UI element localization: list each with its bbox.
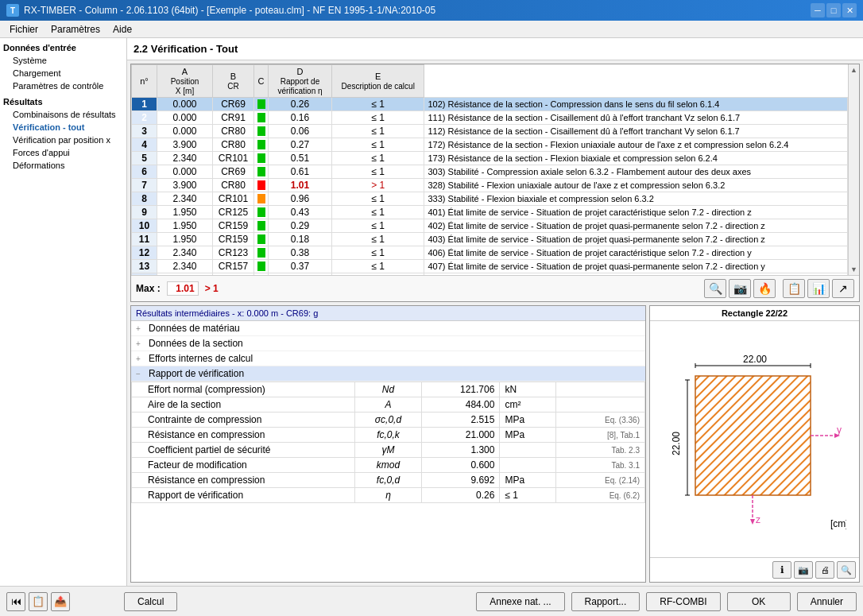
bottom-section: Résultats intermédiaires - x: 0.000 m - … [130, 305, 860, 583]
toolbar-icon-1[interactable]: ⏮ [6, 592, 25, 611]
table-row[interactable]: 10 1.950 CR159 0.29 ≤ 1 402) État limite… [132, 219, 848, 233]
menu-parametres[interactable]: Paramètres [45, 22, 106, 37]
verif-row: Résistance en compression fc,0,k 21.000 … [132, 428, 645, 443]
diagram-camera-btn[interactable]: 📷 [794, 561, 813, 579]
cell-cr: CR159 [213, 233, 254, 246]
col-header-d: DRapport devérification η [269, 65, 332, 98]
sidebar-item-verification-tout[interactable]: Vérification - tout [3, 121, 123, 134]
max-row: Max : 1.01 > 1 🔍 📷 🔥 📋 📊 ↗ [131, 275, 859, 301]
sidebar-item-verification-position[interactable]: Vérification par position x [3, 134, 123, 146]
menu-aide[interactable]: Aide [106, 22, 138, 37]
table-row[interactable]: 12 2.340 CR123 0.38 ≤ 1 406) État limite… [132, 246, 848, 260]
cell-leq: > 1 [332, 179, 424, 192]
cell-indicator [254, 260, 269, 273]
table-row[interactable]: 6 0.000 CR69 0.61 ≤ 1 303) Stabilité - C… [132, 165, 848, 179]
sidebar-item-forces-appui[interactable]: Forces d'appui [3, 146, 123, 159]
verif-row: Effort normal (compression) Nd 121.706 k… [132, 382, 645, 397]
expand-icon-section[interactable]: + [136, 339, 145, 348]
cell-x: 2.340 [157, 273, 213, 276]
zoom-button[interactable]: 🔍 [704, 279, 726, 298]
tree-item-rapport[interactable]: − Rapport de vérification [131, 366, 645, 382]
cell-x: 0.000 [157, 125, 213, 138]
minimize-button[interactable]: ─ [811, 3, 825, 17]
sidebar-item-systeme[interactable]: Système [3, 54, 123, 67]
verif-symbol: fc,0,k [354, 428, 421, 443]
table-row[interactable]: 8 2.340 CR101 0.96 ≤ 1 333) Stabilité - … [132, 192, 848, 206]
camera-button[interactable]: 📷 [729, 279, 751, 298]
cell-desc: 172) Résistance de la section - Flexion … [424, 138, 848, 152]
table-row[interactable]: 1 0.000 CR69 0.26 ≤ 1 102) Résistance de… [132, 98, 848, 111]
cell-leq: ≤ 1 [332, 273, 424, 276]
cell-x: 3.900 [157, 179, 213, 192]
export-button[interactable]: ↗ [832, 279, 854, 298]
expand-icon-materiau[interactable]: + [136, 324, 145, 333]
cell-x: 2.340 [157, 192, 213, 206]
annuler-button[interactable]: Annuler [797, 592, 857, 611]
menu-fichier[interactable]: Fichier [3, 22, 45, 37]
cell-n: 3 [132, 125, 157, 138]
col-header-a: APositionX [m] [157, 65, 213, 98]
ok-button[interactable]: OK [727, 592, 791, 611]
cell-val: 0.37 [269, 260, 332, 273]
close-button[interactable]: ✕ [842, 3, 857, 17]
calcul-button[interactable]: Calcul [124, 592, 177, 611]
expand-icon-rapport[interactable]: − [136, 370, 145, 378]
cell-val: 0.61 [269, 165, 332, 179]
cell-cr: CR80 [213, 138, 254, 152]
cell-desc: 102) Résistance de la section - Compress… [424, 98, 848, 111]
verif-ref: Tab. 3.1 [555, 458, 644, 473]
diagram-print-btn[interactable]: 🖨 [815, 561, 834, 579]
rapport-button[interactable]: Rapport... [571, 592, 640, 611]
cell-leq: ≤ 1 [332, 233, 424, 246]
toolbar-icon-2[interactable]: 📋 [29, 592, 48, 611]
table-row[interactable]: 7 3.900 CR80 1.01 > 1 328) Stabilité - F… [132, 179, 848, 192]
diagram-info-btn[interactable]: ℹ [772, 561, 791, 579]
tree-item-materiau[interactable]: + Données de matériau [131, 321, 645, 336]
cell-val: 0.06 [269, 125, 332, 138]
verif-ref: Eq. (2.14) [555, 473, 644, 488]
svg-text:y: y [837, 424, 842, 436]
table-row[interactable]: 5 2.340 CR101 0.51 ≤ 1 173) Résistance d… [132, 152, 848, 165]
annexe-button[interactable]: Annexe nat. ... [476, 592, 564, 611]
verif-label: Rapport de vérification [132, 488, 355, 503]
table-scrollbar[interactable]: ▲ ▼ [848, 64, 859, 275]
sidebar-section-resultats: Résultats [3, 95, 123, 108]
table-row[interactable]: 3 0.000 CR80 0.06 ≤ 1 112) Résistance de… [132, 125, 848, 138]
table-row[interactable]: 11 1.950 CR159 0.18 ≤ 1 403) État limite… [132, 233, 848, 246]
max-label: Max : [136, 283, 161, 294]
rfcombi-button[interactable]: RF-COMBI [646, 592, 720, 611]
cell-cr: CR157 [213, 273, 254, 276]
tree-item-efforts[interactable]: + Efforts internes de calcul [131, 351, 645, 366]
sidebar-item-chargement[interactable]: Chargement [3, 67, 123, 79]
expand-icon-efforts[interactable]: + [136, 354, 145, 363]
sidebar-item-parametres-controle[interactable]: Paramètres de contrôle [3, 79, 123, 92]
diagram-zoom-btn[interactable]: 🔍 [837, 561, 856, 579]
fire-button[interactable]: 🔥 [753, 279, 776, 298]
cell-desc: 402) État limite de service - Situation … [424, 219, 848, 233]
cell-cr: CR80 [213, 125, 254, 138]
section-diagram: 22.00 22.00 [664, 348, 846, 531]
cell-val: 0.96 [269, 192, 332, 206]
main-layout: Données d'entrée Système Chargement Para… [0, 38, 863, 586]
cell-val: 0.27 [269, 138, 332, 152]
sidebar-item-deformations[interactable]: Déformations [3, 159, 123, 172]
cell-desc: 112) Résistance de la section - Cisaille… [424, 125, 848, 138]
table-row[interactable]: 2 0.000 CR91 0.16 ≤ 1 111) Résistance de… [132, 111, 848, 125]
verif-value: 9.692 [422, 473, 500, 488]
maximize-button[interactable]: □ [826, 3, 841, 17]
toolbar-icon-3[interactable]: 📤 [51, 592, 70, 611]
cell-x: 3.900 [157, 138, 213, 152]
cell-cr: CR159 [213, 219, 254, 233]
sidebar-item-combinaisons[interactable]: Combinaisons de résultats [3, 108, 123, 121]
verif-row: Contrainte de compression σc,0,d 2.515 M… [132, 413, 645, 428]
chart-button[interactable]: 📊 [807, 279, 830, 298]
table-row[interactable]: 13 2.340 CR157 0.37 ≤ 1 407) État limite… [132, 260, 848, 273]
tree-item-section[interactable]: + Données de la section [131, 336, 645, 351]
table-row[interactable]: 9 1.950 CR125 0.43 ≤ 1 401) État limite … [132, 206, 848, 219]
print-button[interactable]: 📋 [783, 279, 805, 298]
table-row[interactable]: 14 2.340 CR157 0.23 ≤ 1 408) État limite… [132, 273, 848, 276]
table-row[interactable]: 4 3.900 CR80 0.27 ≤ 1 172) Résistance de… [132, 138, 848, 152]
app-icon: T [6, 4, 19, 17]
cell-leq: ≤ 1 [332, 111, 424, 125]
verif-row: Facteur de modification kmod 0.600 Tab. … [132, 458, 645, 473]
